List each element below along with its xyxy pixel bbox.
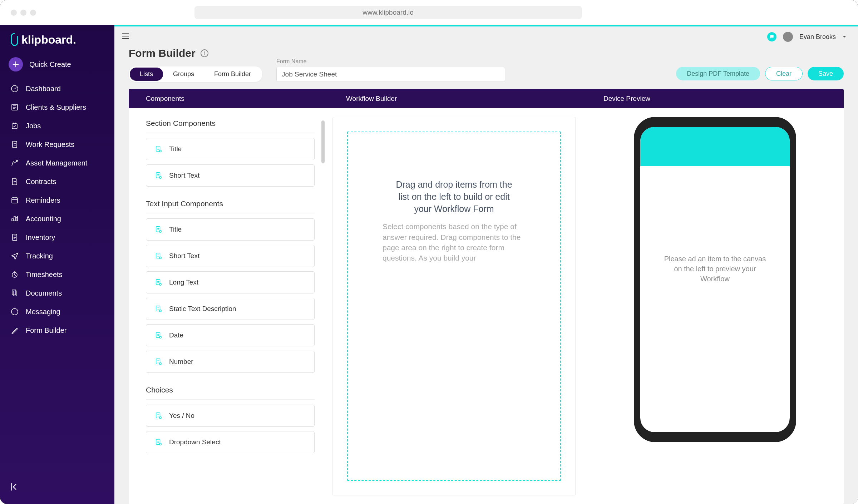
clipboard-icon bbox=[154, 331, 163, 340]
form-name-label: Form Name bbox=[276, 58, 505, 65]
clipboard-icon bbox=[154, 278, 163, 287]
nav-label: Work Requests bbox=[26, 140, 74, 149]
quick-create[interactable]: Quick Create bbox=[0, 57, 114, 79]
logo-text: klipboard. bbox=[21, 33, 76, 46]
nav-label: Inventory bbox=[26, 233, 55, 242]
builder-header: Components Workflow Builder Device Previ… bbox=[129, 89, 844, 108]
component-item-yes-no[interactable]: Yes / No bbox=[146, 405, 315, 427]
paperclip-icon bbox=[10, 33, 19, 46]
nav-item-clients[interactable]: Clients & Suppliers bbox=[0, 98, 114, 117]
sidebar-collapse-button[interactable] bbox=[10, 482, 20, 493]
reminders-icon bbox=[10, 196, 19, 205]
clipboard-icon bbox=[154, 225, 163, 234]
component-group-title: Choices bbox=[146, 386, 315, 400]
user-menu-caret[interactable] bbox=[842, 34, 847, 39]
inventory-icon bbox=[10, 233, 19, 242]
component-item-long-text[interactable]: Long Text bbox=[146, 271, 315, 293]
components-panel: Section ComponentsTitleShort TextText In… bbox=[129, 108, 329, 504]
workrequests-icon bbox=[10, 140, 19, 149]
nav-list: DashboardClients & SuppliersJobsWork Req… bbox=[0, 79, 114, 340]
save-button[interactable]: Save bbox=[808, 67, 844, 80]
nav-item-timesheets[interactable]: Timesheets bbox=[0, 265, 114, 284]
nav-item-accounting[interactable]: Accounting bbox=[0, 209, 114, 228]
assets-icon bbox=[10, 158, 19, 168]
component-item-number[interactable]: Number bbox=[146, 351, 315, 373]
component-item-date[interactable]: Date bbox=[146, 324, 315, 346]
nav-item-assets[interactable]: Asset Management bbox=[0, 154, 114, 172]
form-name-input[interactable] bbox=[276, 67, 505, 82]
nav-label: Accounting bbox=[26, 215, 61, 223]
component-item-label: Short Text bbox=[169, 252, 199, 260]
device-header bbox=[640, 127, 790, 166]
nav-item-jobs[interactable]: Jobs bbox=[0, 117, 114, 135]
nav-label: Documents bbox=[26, 289, 62, 297]
dropzone-desc: Select components based on the type of a… bbox=[383, 221, 526, 263]
component-item-short-text[interactable]: Short Text bbox=[146, 245, 315, 267]
messaging-icon bbox=[10, 307, 19, 316]
clipboard-icon bbox=[154, 411, 163, 420]
nav-item-documents[interactable]: Documents bbox=[0, 284, 114, 302]
nav-item-contracts[interactable]: Contracts bbox=[0, 172, 114, 191]
component-item-label: Long Text bbox=[169, 278, 198, 286]
clipboard-icon bbox=[154, 145, 163, 153]
component-item-label: Short Text bbox=[169, 172, 199, 179]
component-item-label: Yes / No bbox=[169, 412, 194, 420]
clipboard-icon bbox=[154, 171, 163, 180]
design-pdf-button[interactable]: Design PDF Template bbox=[676, 67, 760, 80]
chat-badge[interactable] bbox=[767, 32, 776, 41]
quick-create-button[interactable] bbox=[9, 57, 23, 71]
component-item-label: Title bbox=[169, 226, 182, 233]
tracking-icon bbox=[10, 251, 19, 261]
nav-item-reminders[interactable]: Reminders bbox=[0, 191, 114, 209]
tab-form-builder[interactable]: Form Builder bbox=[204, 68, 261, 81]
svg-rect-9 bbox=[13, 291, 17, 296]
hamburger-button[interactable] bbox=[121, 31, 130, 42]
nav-item-inventory[interactable]: Inventory bbox=[0, 228, 114, 247]
workflow-panel: Drag and drop items from the list on the… bbox=[329, 108, 586, 504]
workflow-header: Workflow Builder bbox=[329, 89, 586, 108]
component-item-title[interactable]: Title bbox=[146, 218, 315, 241]
url-bar[interactable]: www.klipboard.io bbox=[194, 6, 582, 19]
svg-rect-3 bbox=[13, 141, 17, 148]
component-item-label: Title bbox=[169, 145, 182, 153]
nav-item-dashboard[interactable]: Dashboard bbox=[0, 79, 114, 98]
avatar[interactable] bbox=[783, 32, 793, 42]
scrollbar[interactable] bbox=[321, 120, 325, 163]
nav-label: Timesheets bbox=[26, 271, 63, 279]
nav-item-messaging[interactable]: Messaging bbox=[0, 302, 114, 321]
tab-lists[interactable]: Lists bbox=[130, 68, 163, 81]
traffic-light-maximize[interactable] bbox=[30, 10, 36, 16]
sidebar: klipboard. Quick Create DashboardClients… bbox=[0, 25, 114, 504]
nav-item-workrequests[interactable]: Work Requests bbox=[0, 135, 114, 154]
nav-label: Reminders bbox=[26, 196, 60, 204]
page-header: Form Builder i ListsGroupsForm Builder F… bbox=[114, 47, 858, 89]
component-item-static-text-description[interactable]: Static Text Description bbox=[146, 298, 315, 320]
device-frame: Please ad an item to the canvas on the l… bbox=[634, 117, 796, 442]
accounting-icon bbox=[10, 214, 19, 223]
clipboard-icon bbox=[154, 438, 163, 446]
traffic-light-close[interactable] bbox=[11, 10, 17, 16]
device-screen: Please ad an item to the canvas on the l… bbox=[640, 127, 790, 432]
device-hint: Please ad an item to the canvas on the l… bbox=[662, 254, 768, 284]
nav-item-tracking[interactable]: Tracking bbox=[0, 247, 114, 265]
svg-rect-8 bbox=[12, 290, 16, 295]
plus-icon bbox=[12, 60, 20, 68]
component-item-short-text[interactable]: Short Text bbox=[146, 164, 315, 187]
caret-down-icon bbox=[842, 35, 847, 39]
clear-button[interactable]: Clear bbox=[765, 67, 803, 80]
traffic-light-minimize[interactable] bbox=[20, 10, 26, 16]
nav-label: Messaging bbox=[26, 308, 60, 316]
component-item-title[interactable]: Title bbox=[146, 138, 315, 160]
formbuilder-icon bbox=[10, 326, 19, 335]
workflow-dropzone[interactable]: Drag and drop items from the list on the… bbox=[347, 132, 561, 481]
page-title: Form Builder bbox=[129, 47, 196, 59]
tab-groups[interactable]: Groups bbox=[163, 68, 204, 81]
component-item-dropdown-select[interactable]: Dropdown Select bbox=[146, 431, 315, 453]
info-icon[interactable]: i bbox=[201, 49, 208, 57]
nav-label: Asset Management bbox=[26, 159, 87, 167]
nav-item-formbuilder[interactable]: Form Builder bbox=[0, 321, 114, 340]
nav-label: Contracts bbox=[26, 178, 56, 186]
browser-bar: www.klipboard.io bbox=[0, 0, 858, 25]
preview-header: Device Preview bbox=[586, 89, 844, 108]
hamburger-icon bbox=[121, 31, 130, 41]
